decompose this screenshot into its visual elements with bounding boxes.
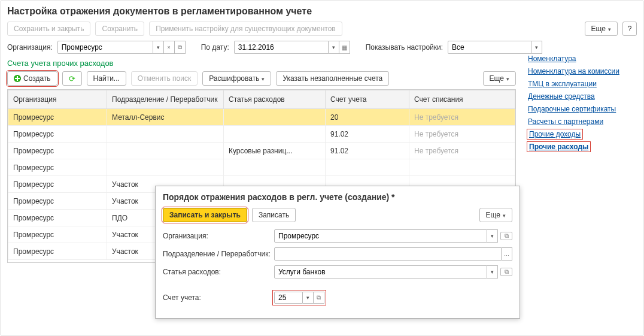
open-icon[interactable] — [500, 232, 512, 240]
cell-org: Промресурс — [8, 210, 107, 226]
cell-acct: 20 — [326, 109, 409, 126]
link-other-expense[interactable]: Прочие расходы — [528, 143, 590, 151]
save-close-button[interactable]: Сохранить и закрыть — [7, 22, 90, 36]
more-label: Еще — [591, 25, 606, 33]
filter-row: Организация: По дату: Показывать настрой… — [7, 41, 637, 54]
dialog-acct-input[interactable] — [274, 292, 303, 304]
open-icon[interactable] — [175, 41, 186, 54]
chevron-down-icon — [503, 211, 506, 219]
col-org[interactable]: Организация — [8, 90, 107, 109]
cell-acct: 91.02 — [326, 143, 409, 159]
save-button[interactable]: Сохранить — [95, 22, 144, 36]
create-button[interactable]: Создать — [7, 71, 57, 86]
cell-org: Промресурс — [8, 126, 107, 143]
cell-org: Промресурс — [8, 109, 107, 126]
open-icon[interactable] — [314, 292, 324, 304]
dialog-acct-combo[interactable] — [274, 292, 324, 304]
table-row[interactable]: Промресурс 91.02 Не требуется — [8, 126, 515, 143]
link-cash[interactable]: Денежные средства — [528, 92, 619, 101]
sub-more-label: Еще — [490, 74, 504, 83]
org-combo[interactable] — [57, 41, 186, 54]
link-commission[interactable]: Номенклатура на комиссии — [528, 67, 619, 75]
col-acct[interactable]: Счет учета — [326, 90, 409, 109]
to-date-label: По дату: — [201, 43, 229, 52]
link-tmc[interactable]: ТМЦ в эксплуатации — [528, 80, 619, 88]
org-filter-label: Организация: — [7, 43, 53, 52]
show-settings-label: Показывать настройки: — [366, 43, 443, 52]
col-item[interactable]: Статья расходов — [224, 90, 326, 109]
cell-item — [224, 159, 326, 176]
dialog-acct-label: Счет учета: — [163, 293, 274, 302]
dialog-item-input[interactable] — [274, 265, 487, 279]
calendar-icon[interactable] — [339, 41, 350, 54]
cell-org: Промресурс — [8, 176, 107, 193]
cell-dept — [107, 143, 224, 159]
chevron-down-icon — [608, 25, 611, 33]
cell-dept — [107, 159, 224, 176]
cell-woff: Не требуется — [409, 143, 515, 159]
cell-acct — [326, 159, 409, 176]
page-title: Настройка отражения документов в регламе… — [7, 6, 637, 17]
show-input[interactable] — [448, 41, 531, 54]
chevron-down-icon[interactable] — [153, 41, 164, 54]
show-combo[interactable] — [448, 41, 542, 54]
dialog-save-close-button[interactable]: Записать и закрыть — [163, 208, 247, 222]
chevron-down-icon[interactable] — [329, 41, 339, 54]
cell-org: Промресурс — [8, 159, 107, 176]
dialog-more-button[interactable]: Еще — [479, 208, 512, 222]
create-label: Создать — [23, 74, 51, 83]
find-button[interactable]: Найти... — [87, 71, 126, 86]
cell-org: Промресурс — [8, 193, 107, 210]
chevron-down-icon[interactable] — [531, 41, 542, 54]
dialog-save-button[interactable]: Записать — [252, 208, 296, 222]
cancel-search-button[interactable]: Отменить поиск — [131, 71, 198, 86]
link-nomenclature[interactable]: Номенклатура — [528, 55, 619, 63]
open-icon[interactable] — [500, 268, 512, 276]
cell-woff — [409, 159, 515, 176]
apply-button[interactable]: Применить настройку для существующих док… — [149, 22, 342, 36]
chevron-down-icon[interactable] — [303, 292, 314, 304]
table-row[interactable]: Промресурс Курсовые разниц... 91.02 Не т… — [8, 143, 515, 159]
chevron-down-icon — [506, 74, 509, 83]
dialog-dept-label: Подразделение / Переработчик: — [163, 250, 274, 258]
table-row[interactable]: Промресурс — [8, 159, 515, 176]
chevron-down-icon[interactable] — [487, 265, 498, 279]
decrypt-button[interactable]: Расшифровать — [202, 71, 271, 86]
dialog-item-label: Статья расходов: — [163, 268, 274, 276]
clear-icon[interactable] — [164, 41, 175, 54]
sub-toolbar: Создать Найти... Отменить поиск Расшифро… — [7, 71, 516, 86]
refresh-icon — [69, 74, 75, 83]
right-nav: Номенклатура Номенклатура на комиссии ТМ… — [528, 55, 619, 263]
to-date-combo[interactable] — [234, 41, 350, 54]
cell-item — [224, 109, 326, 126]
col-dept[interactable]: Подразделение / Переработчик — [107, 90, 224, 109]
org-input[interactable] — [57, 41, 153, 54]
cell-org: Промресурс — [8, 143, 107, 159]
refresh-button[interactable] — [62, 71, 82, 86]
more-button[interactable]: Еще — [585, 22, 618, 36]
col-woff[interactable]: Счет списания — [409, 90, 515, 109]
cell-org: Промресурс — [8, 226, 107, 243]
dialog-title: Порядок отражения расходов в регл. учете… — [163, 192, 512, 202]
dialog-org-label: Организация: — [163, 232, 274, 240]
cell-dept — [107, 126, 224, 143]
link-gift[interactable]: Подарочные сертификаты — [528, 105, 619, 113]
chevron-down-icon[interactable] — [487, 229, 498, 243]
cell-item — [224, 126, 326, 143]
chevron-down-icon — [262, 74, 265, 83]
cell-item: Курсовые разниц... — [224, 143, 326, 159]
help-button[interactable]: ? — [622, 22, 637, 36]
sub-more-button[interactable]: Еще — [483, 71, 516, 86]
table-row[interactable]: Промресурс Металл-Сервис 20 Не требуется — [8, 109, 515, 126]
decrypt-label: Расшифровать — [209, 74, 259, 83]
ellipsis-icon[interactable]: … — [502, 247, 512, 261]
to-date-input[interactable] — [234, 41, 329, 54]
dialog-org-input[interactable] — [274, 229, 487, 243]
cell-woff: Не требуется — [409, 126, 515, 143]
link-partners[interactable]: Расчеты с партнерами — [528, 117, 619, 126]
link-other-income[interactable]: Прочие доходы — [528, 130, 582, 138]
fill-empty-button[interactable]: Указать незаполненные счета — [276, 71, 389, 86]
cell-dept: Металл-Сервис — [107, 109, 224, 126]
dialog-dept-input[interactable] — [274, 247, 502, 261]
add-icon — [14, 75, 21, 82]
